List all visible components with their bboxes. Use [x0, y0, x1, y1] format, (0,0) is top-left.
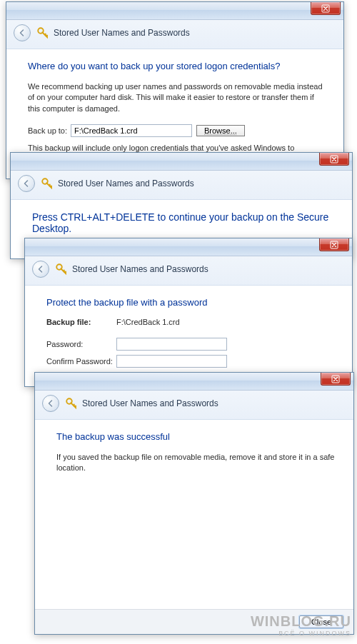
wizard-header: Stored User Names and Passwords — [11, 171, 352, 200]
window-title: Stored User Names and Passwords — [58, 178, 194, 188]
page-heading: Where do you want to back up your stored… — [28, 61, 328, 71]
close-icon — [321, 4, 330, 13]
password-label: Password: — [46, 340, 116, 348]
password-row: Password: — [46, 338, 336, 351]
password-input[interactable] — [116, 338, 227, 351]
content-area: Protect the backup file with a password … — [25, 286, 352, 386]
key-icon — [65, 397, 78, 410]
back-arrow-icon — [36, 265, 45, 273]
page-heading: Press CTRL+ALT+DELETE to continue your b… — [32, 211, 336, 234]
footer-bar: Close — [35, 609, 353, 634]
wizard-header: Stored User Names and Passwords — [35, 391, 353, 420]
back-arrow-icon — [18, 29, 26, 37]
backup-path-input[interactable] — [71, 124, 192, 137]
confirm-password-label: Confirm Password: — [46, 357, 116, 366]
back-button[interactable] — [14, 24, 31, 41]
back-button[interactable] — [32, 261, 49, 278]
close-icon — [330, 155, 338, 163]
back-button[interactable] — [18, 175, 35, 192]
wizard-window-success: Stored User Names and Passwords The back… — [34, 372, 354, 635]
wizard-header: Stored User Names and Passwords — [6, 20, 343, 49]
back-button[interactable] — [42, 395, 59, 412]
close-button[interactable] — [311, 2, 341, 15]
titlebar — [11, 153, 352, 171]
content-area: The backup was successful If you saved t… — [35, 420, 353, 609]
backup-to-label: Back up to: — [28, 126, 71, 135]
titlebar — [25, 238, 352, 256]
titlebar — [6, 2, 343, 20]
close-icon — [330, 241, 338, 249]
backup-file-row: Backup file: F:\CredBack 1.crd — [46, 318, 336, 326]
close-button[interactable] — [321, 373, 351, 386]
key-icon — [55, 263, 68, 276]
backup-file-label: Backup file: — [46, 318, 116, 326]
close-dialog-button[interactable]: Close — [299, 615, 343, 628]
back-arrow-icon — [22, 179, 31, 188]
key-icon — [36, 26, 49, 39]
backup-file-value: F:\CredBack 1.crd — [116, 318, 180, 326]
close-button[interactable] — [319, 153, 349, 166]
window-title: Stored User Names and Passwords — [72, 264, 208, 274]
confirm-password-row: Confirm Password: — [46, 355, 336, 368]
close-icon — [331, 375, 340, 383]
wizard-window-protect-password: Stored User Names and Passwords Protect … — [24, 238, 353, 387]
body-text: If you saved the backup file on removabl… — [56, 452, 338, 474]
browse-button[interactable]: Browse... — [196, 125, 245, 136]
page-heading: The backup was successful — [56, 431, 338, 442]
page-heading: Protect the backup file with a password — [46, 297, 336, 308]
titlebar — [35, 373, 353, 391]
back-arrow-icon — [46, 399, 55, 408]
key-icon — [41, 177, 54, 190]
window-title: Stored User Names and Passwords — [82, 398, 218, 408]
body-text: We recommend backing up user names and p… — [28, 81, 328, 114]
backup-to-row: Back up to: Browse... — [28, 124, 328, 137]
wizard-header: Stored User Names and Passwords — [25, 256, 352, 286]
window-title: Stored User Names and Passwords — [54, 28, 190, 38]
close-button[interactable] — [319, 238, 349, 251]
confirm-password-input[interactable] — [116, 355, 227, 368]
